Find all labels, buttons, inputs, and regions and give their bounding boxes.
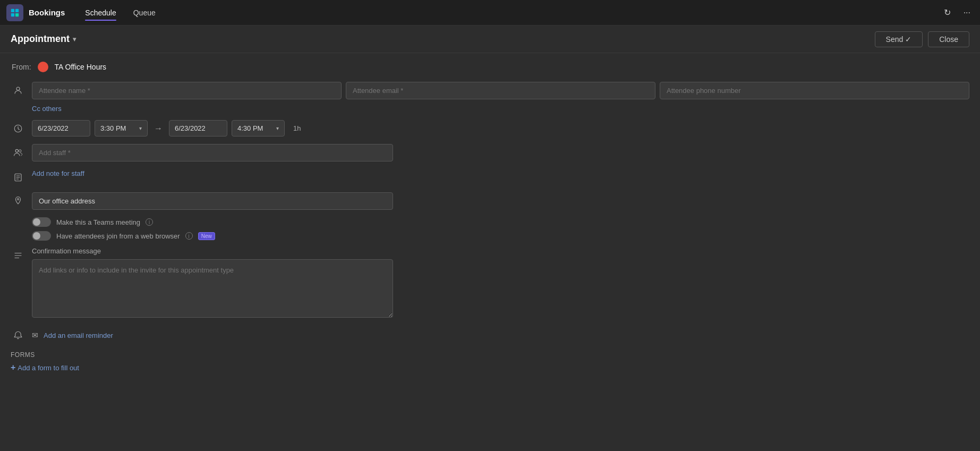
plus-icon: + <box>11 363 15 372</box>
svg-point-7 <box>19 150 22 152</box>
teams-meeting-toggle[interactable] <box>32 217 51 227</box>
datetime-row: 3:30 PM ▾ → 4:30 PM ▾ 1h <box>11 120 969 137</box>
start-date-input[interactable] <box>32 120 90 137</box>
top-navigation: Bookings Schedule Queue ↻ ··· <box>0 0 980 25</box>
from-row: From: TA Office Hours <box>11 62 969 72</box>
svg-rect-3 <box>15 13 19 16</box>
confirmation-textarea[interactable] <box>32 259 393 318</box>
confirmation-content: Confirmation message <box>32 247 969 319</box>
start-time-value: 3:30 PM <box>100 124 126 132</box>
add-form-link[interactable]: + Add a form to fill out <box>11 363 969 372</box>
note-content: Add note for staff <box>32 169 969 177</box>
location-row <box>11 192 969 210</box>
teams-info-icon[interactable]: i <box>146 218 153 226</box>
nav-tabs: Schedule Queue <box>78 5 163 20</box>
attendee-row: Cc others <box>11 82 969 113</box>
end-time-chevron-icon: ▾ <box>276 125 279 131</box>
svg-point-4 <box>16 87 20 90</box>
app-name: Bookings <box>29 8 65 17</box>
envelope-icon: ✉ <box>32 331 38 339</box>
email-reminder-inner: ✉ Add an email reminder <box>32 331 969 339</box>
svg-point-9 <box>18 199 19 200</box>
appointment-title-text: Appointment <box>11 33 70 45</box>
email-reminder-content: ✉ Add an email reminder <box>32 327 969 339</box>
browser-info-icon[interactable]: i <box>185 232 193 240</box>
staff-row <box>11 144 969 161</box>
confirmation-row: Confirmation message <box>11 247 969 319</box>
browser-join-toggle[interactable] <box>32 231 51 241</box>
chevron-down-icon: ▾ <box>73 36 76 43</box>
appointment-header: Appointment ▾ Send ✓ Close <box>0 25 980 53</box>
add-note-row: Add note for staff <box>11 169 969 185</box>
appointment-actions: Send ✓ Close <box>875 31 969 47</box>
attendee-inputs <box>32 82 969 99</box>
more-button[interactable]: ··· <box>960 6 974 20</box>
start-time-picker[interactable]: 3:30 PM ▾ <box>95 120 148 137</box>
svg-rect-2 <box>11 13 14 16</box>
teams-toggle-row: Make this a Teams meeting i <box>32 217 969 227</box>
duration-display: 1h <box>293 124 301 132</box>
svg-rect-1 <box>15 8 19 12</box>
attendee-email-input[interactable] <box>346 82 655 99</box>
refresh-button[interactable]: ↻ <box>941 5 954 20</box>
from-label: From: <box>12 63 31 71</box>
main-content: From: TA Office Hours Cc others <box>0 53 980 451</box>
datetime-fields: 3:30 PM ▾ → 4:30 PM ▾ 1h <box>32 120 969 137</box>
appointment-title-button[interactable]: Appointment ▾ <box>11 33 76 45</box>
close-button[interactable]: Close <box>928 31 969 47</box>
end-time-picker[interactable]: 4:30 PM ▾ <box>232 120 285 137</box>
arrow-right-icon: → <box>154 124 163 133</box>
start-time-chevron-icon: ▾ <box>139 125 142 131</box>
browser-join-label: Have attendees join from a web browser <box>56 232 180 240</box>
location-content <box>32 192 969 210</box>
location-input[interactable] <box>32 192 393 210</box>
tab-queue[interactable]: Queue <box>126 5 163 20</box>
add-note-link[interactable]: Add note for staff <box>32 169 84 177</box>
svg-rect-0 <box>11 8 14 12</box>
email-reminder-row: ✉ Add an email reminder <box>11 327 969 343</box>
note-icon <box>11 170 25 185</box>
calendar-badge <box>38 62 48 72</box>
browser-toggle-row: Have attendees join from a web browser i… <box>32 231 969 241</box>
new-badge: New <box>198 232 215 240</box>
forms-section: Forms + Add a form to fill out <box>11 351 969 372</box>
add-email-reminder-link[interactable]: Add an email reminder <box>44 331 113 339</box>
nav-right: ↻ ··· <box>941 5 974 20</box>
clock-icon <box>11 121 25 136</box>
list-icon <box>11 248 25 263</box>
location-icon <box>11 193 25 208</box>
meeting-options: Make this a Teams meeting i Have attende… <box>32 217 969 241</box>
attendee-fields-container: Cc others <box>32 82 969 113</box>
confirmation-label: Confirmation message <box>32 247 969 255</box>
attendee-phone-input[interactable] <box>660 82 969 99</box>
bell-icon <box>11 328 25 343</box>
attendee-name-input[interactable] <box>32 82 342 99</box>
staff-content <box>32 144 969 161</box>
end-date-input[interactable] <box>169 120 227 137</box>
staff-input[interactable] <box>32 144 393 161</box>
staff-icon <box>11 145 25 160</box>
add-form-text: Add a form to fill out <box>18 364 79 372</box>
cc-others-link[interactable]: Cc others <box>32 105 62 113</box>
app-logo <box>6 4 23 21</box>
end-time-value: 4:30 PM <box>237 124 263 132</box>
person-icon <box>11 83 25 98</box>
datetime-content: 3:30 PM ▾ → 4:30 PM ▾ 1h <box>32 120 969 137</box>
forms-section-label: Forms <box>11 351 969 359</box>
calendar-name: TA Office Hours <box>55 63 107 71</box>
teams-meeting-label: Make this a Teams meeting <box>56 218 140 226</box>
svg-point-6 <box>15 149 18 152</box>
send-button[interactable]: Send ✓ <box>875 31 923 47</box>
tab-schedule[interactable]: Schedule <box>78 5 123 20</box>
